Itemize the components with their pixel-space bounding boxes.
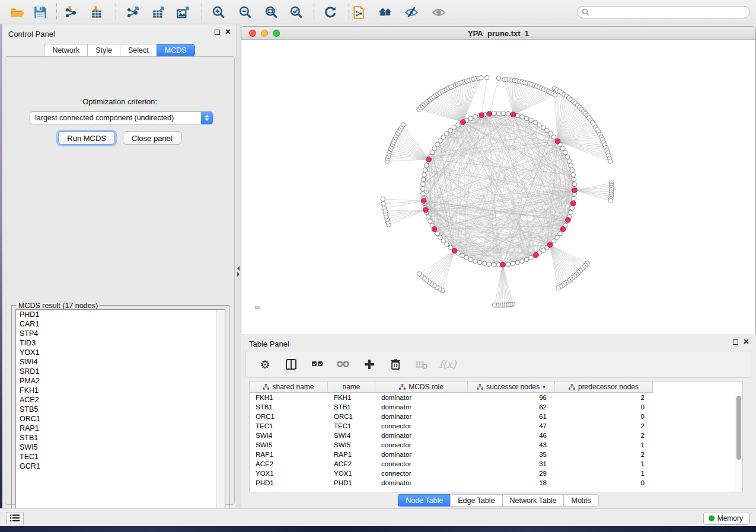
mcds-result-node[interactable]: TEC1 (16, 452, 225, 462)
dropdown-stepper-icon (201, 111, 213, 124)
column-visibility-icon[interactable] (284, 357, 298, 371)
show-graphics-icon[interactable] (430, 4, 447, 21)
select-all-icon[interactable] (310, 357, 324, 371)
table-settings-icon[interactable]: ⚙ (258, 357, 272, 371)
cell-MCDS-role: connector (375, 441, 468, 448)
apply-layout-icon[interactable] (322, 4, 339, 21)
mcds-result-node[interactable]: ORC1 (16, 414, 225, 424)
export-image-icon[interactable] (175, 4, 192, 21)
mcds-result-node[interactable]: YOX1 (16, 348, 225, 357)
cell-shared-name: SWI5 (250, 441, 328, 448)
memory-button[interactable]: Memory (703, 512, 749, 525)
mcds-result-node[interactable]: STB1 (16, 433, 225, 443)
mcds-result-node[interactable]: ACE2 (16, 395, 225, 405)
cell-MCDS-role: connector (375, 470, 468, 477)
table-row[interactable]: YOX1YOX1connector291 (250, 469, 742, 478)
tab-mcds[interactable]: MCDS (157, 44, 195, 57)
optimization-criterion-select[interactable]: largest connected component (undirected) (30, 111, 213, 124)
clone-network-icon[interactable] (350, 4, 367, 21)
mcds-result-node[interactable]: SWI4 (16, 357, 225, 367)
delete-column-icon[interactable] (388, 357, 403, 371)
tab-style[interactable]: Style (87, 44, 120, 57)
toolbar-separator (202, 3, 202, 21)
column-header-name[interactable]: name (328, 382, 375, 393)
cell-predecessor-nodes: 2 (555, 394, 653, 401)
mcds-result-node[interactable]: GCR1 (16, 462, 225, 471)
task-history-button[interactable] (6, 512, 24, 524)
table-row[interactable]: FKH1FKH1dominator962 (250, 393, 742, 402)
table-row[interactable]: ACE2ACE2connector311 (250, 459, 742, 469)
zoom-selected-icon[interactable] (288, 4, 305, 21)
column-header-shared-name[interactable]: shared name (250, 382, 328, 393)
table-row[interactable]: SWI5SWI5connector431 (250, 440, 742, 450)
table-row[interactable]: PHD1PHD1dominator180 (250, 478, 742, 488)
mcds-result-node[interactable]: SWI5 (16, 443, 225, 452)
search-input[interactable] (592, 8, 749, 17)
export-network-icon[interactable] (125, 4, 141, 21)
deselect-all-icon[interactable] (336, 357, 350, 371)
horizontal-splitter-handle[interactable] (255, 306, 260, 309)
import-network-icon[interactable] (63, 4, 79, 21)
memory-button-label: Memory (717, 514, 743, 523)
table-scrollbar[interactable] (735, 393, 742, 492)
tab-network[interactable]: Network (44, 44, 87, 57)
mcds-result-node[interactable]: RAP1 (16, 424, 225, 433)
table-row[interactable]: ORC1ORC1dominator610 (250, 412, 742, 421)
status-bar: Memory (0, 508, 756, 526)
mcds-result-node[interactable]: PHD1 (16, 310, 225, 319)
mcds-result-node[interactable]: CAR1 (16, 319, 225, 329)
cell-shared-name: TEC1 (250, 422, 328, 430)
save-session-icon[interactable] (32, 4, 49, 21)
table-row[interactable]: RAP1RAP1dominator352 (250, 450, 742, 459)
zoom-out-icon[interactable] (237, 4, 254, 21)
close-panel-button[interactable]: Close panel (123, 132, 181, 145)
open-file-icon[interactable] (9, 4, 25, 21)
close-table-panel-icon[interactable]: × (744, 339, 749, 345)
result-list-scrollbar[interactable] (216, 310, 225, 517)
home-icon[interactable] (377, 4, 394, 21)
cell-name: YOX1 (328, 470, 375, 477)
cell-MCDS-role: dominator (375, 394, 468, 401)
mcds-result-node[interactable]: STP4 (16, 329, 225, 338)
table-type-tabs: Node TableEdge TableNetwork TableMotifs (241, 494, 756, 507)
network-canvas[interactable] (241, 40, 755, 334)
network-window-title: YPA_prune.txt_1 (241, 29, 755, 38)
application-window: Control Panel × NetworkStyleSelectMCDS O… (0, 0, 756, 532)
search-box[interactable] (577, 6, 750, 18)
zoom-in-icon[interactable] (210, 4, 227, 21)
hide-graphics-icon[interactable] (403, 4, 420, 21)
table-row[interactable]: TEC1TEC1connector472 (250, 421, 742, 431)
table-row[interactable]: SWI4SWI4dominator462 (250, 431, 742, 440)
column-header-predecessor-nodes[interactable]: predecessor nodes (555, 382, 653, 393)
import-table-icon[interactable] (89, 4, 106, 21)
toolbar-separator (314, 3, 314, 21)
mcds-result-node[interactable]: TID3 (16, 338, 225, 348)
float-table-panel-icon[interactable] (733, 339, 738, 345)
zoom-fit-icon[interactable] (263, 4, 280, 21)
mcds-result-node[interactable]: PMA2 (16, 376, 225, 386)
tab-node-table[interactable]: Node Table (398, 494, 450, 507)
close-panel-icon[interactable]: × (225, 29, 231, 35)
cell-successor-nodes: 29 (468, 470, 555, 477)
column-header-successor-nodes[interactable]: successor nodes▾ (468, 382, 555, 393)
add-column-icon[interactable] (362, 357, 377, 371)
cell-name: TEC1 (328, 422, 375, 430)
cell-shared-name: ORC1 (250, 413, 328, 420)
cell-shared-name: FKH1 (250, 394, 328, 401)
table-scrollbar-thumb[interactable] (736, 396, 741, 460)
tab-select[interactable]: Select (120, 44, 157, 57)
run-mcds-button[interactable]: Run MCDS (58, 132, 115, 145)
cell-predecessor-nodes: 2 (555, 451, 653, 458)
splitter-handle-icon[interactable] (237, 266, 240, 277)
tab-edge-table[interactable]: Edge Table (450, 494, 502, 507)
export-table-icon[interactable] (150, 4, 167, 21)
mcds-result-node[interactable]: FKH1 (16, 386, 225, 395)
network-window-titlebar[interactable]: YPA_prune.txt_1 (241, 27, 755, 40)
table-row[interactable]: STB1STB1dominator620 (250, 402, 742, 412)
mcds-result-node[interactable]: SRD1 (16, 367, 225, 376)
mcds-result-node[interactable]: STB5 (16, 405, 225, 414)
tab-network-table[interactable]: Network Table (502, 494, 564, 507)
tab-motifs[interactable]: Motifs (563, 494, 598, 507)
column-header-MCDS-role[interactable]: MCDS role (375, 382, 468, 393)
float-panel-icon[interactable] (215, 30, 220, 35)
